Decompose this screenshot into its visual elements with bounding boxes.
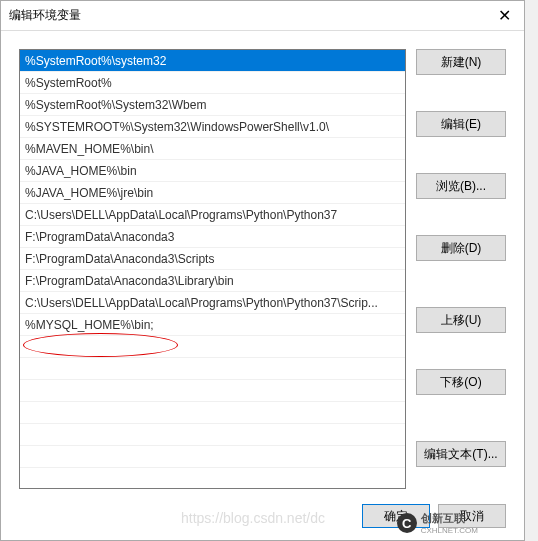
- list-item[interactable]: F:\ProgramData\Anaconda3: [20, 226, 405, 248]
- list-item[interactable]: %SystemRoot%\system32: [20, 50, 405, 72]
- titlebar: 编辑环境变量 ✕: [1, 1, 524, 31]
- list-item[interactable]: %SystemRoot%: [20, 72, 405, 94]
- browse-button[interactable]: 浏览(B)...: [416, 173, 506, 199]
- delete-button[interactable]: 删除(D): [416, 235, 506, 261]
- ok-button[interactable]: 确定: [362, 504, 430, 528]
- path-list[interactable]: %SystemRoot%\system32 %SystemRoot% %Syst…: [19, 49, 406, 489]
- list-item[interactable]: C:\Users\DELL\AppData\Local\Programs\Pyt…: [20, 292, 405, 314]
- movedown-button[interactable]: 下移(O): [416, 369, 506, 395]
- button-column: 新建(N) 编辑(E) 浏览(B)... 删除(D) 上移(U) 下移(O) 编…: [416, 49, 506, 522]
- list-item[interactable]: %JAVA_HOME%\jre\bin: [20, 182, 405, 204]
- new-button[interactable]: 新建(N): [416, 49, 506, 75]
- window-title: 编辑环境变量: [9, 7, 81, 24]
- list-item[interactable]: %SystemRoot%\System32\Wbem: [20, 94, 405, 116]
- list-item[interactable]: %MAVEN_HOME%\bin\: [20, 138, 405, 160]
- list-item-empty[interactable]: [20, 402, 405, 424]
- list-item[interactable]: F:\ProgramData\Anaconda3\Scripts: [20, 248, 405, 270]
- list-item[interactable]: C:\Users\DELL\AppData\Local\Programs\Pyt…: [20, 204, 405, 226]
- bottom-button-row: 确定 取消: [362, 504, 506, 528]
- list-item[interactable]: F:\ProgramData\Anaconda3\Library\bin: [20, 270, 405, 292]
- list-item[interactable]: %JAVA_HOME%\bin: [20, 160, 405, 182]
- content-area: %SystemRoot%\system32 %SystemRoot% %Syst…: [1, 31, 524, 540]
- cancel-button[interactable]: 取消: [438, 504, 506, 528]
- list-item-empty[interactable]: [20, 424, 405, 446]
- dialog-window: 编辑环境变量 ✕ %SystemRoot%\system32 %SystemRo…: [0, 0, 525, 541]
- list-item-empty[interactable]: [20, 468, 405, 489]
- list-item-empty[interactable]: [20, 358, 405, 380]
- list-item-empty[interactable]: [20, 446, 405, 468]
- close-button[interactable]: ✕: [484, 2, 524, 30]
- list-item-empty[interactable]: [20, 380, 405, 402]
- edit-button[interactable]: 编辑(E): [416, 111, 506, 137]
- close-icon: ✕: [498, 6, 511, 25]
- list-item[interactable]: %SYSTEMROOT%\System32\WindowsPowerShell\…: [20, 116, 405, 138]
- moveup-button[interactable]: 上移(U): [416, 307, 506, 333]
- list-item[interactable]: %MYSQL_HOME%\bin;: [20, 314, 405, 336]
- edittext-button[interactable]: 编辑文本(T)...: [416, 441, 506, 467]
- list-item-empty[interactable]: [20, 336, 405, 358]
